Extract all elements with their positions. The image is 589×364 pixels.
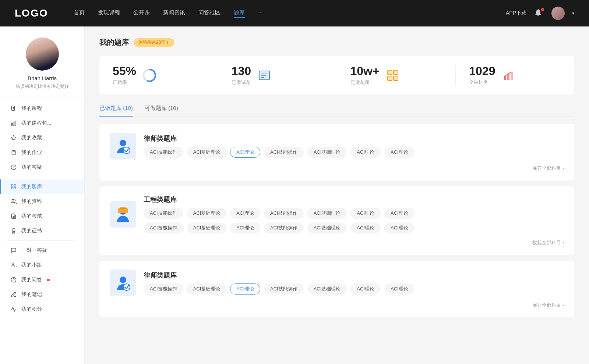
quiz-collapse-engineer1[interactable]: 收起全部科目 › xyxy=(110,239,564,246)
svg-rect-11 xyxy=(14,185,16,186)
navbar-avatar[interactable] xyxy=(551,7,565,20)
navbar-logo: LOGO xyxy=(15,7,52,19)
quiz-tag[interactable]: ACI基础理论 xyxy=(307,208,347,219)
rank-icon xyxy=(501,68,516,83)
sidebar-item-quiz[interactable]: 我的题库 xyxy=(0,179,84,194)
sidebar-item-myqa[interactable]: 我的问答 xyxy=(0,272,84,287)
quiz-header-engineer1: 工程类题库 ACI技能操作 ACI基础理论 ACI理论 ACI技能操作 ACI基… xyxy=(110,195,564,233)
sidebar-item-label: 我的证书 xyxy=(21,228,42,234)
clipboard-icon xyxy=(10,149,17,156)
sidebar-item-profile[interactable]: 我的资料 xyxy=(0,194,84,209)
help-circle2-icon xyxy=(10,276,17,283)
nav-item-more[interactable]: ··· xyxy=(258,9,263,18)
quiz-tag[interactable]: ACI理论 xyxy=(230,222,260,233)
main-content: 我的题库 体验剩余23天！ 55% 正确率 130 xyxy=(85,26,589,364)
accuracy-icon xyxy=(142,68,157,83)
bar-chart-icon xyxy=(10,120,17,126)
quiz-tag-active[interactable]: ACI理论 xyxy=(230,147,260,158)
sidebar-item-courses[interactable]: 我的课程 xyxy=(0,101,84,116)
stat-value-rank: 1029 xyxy=(469,65,495,77)
done-questions-icon xyxy=(257,68,272,83)
svg-rect-28 xyxy=(388,70,392,75)
quiz-tag[interactable]: ACI理论 xyxy=(384,147,415,158)
quiz-tag[interactable]: ACI基础理论 xyxy=(187,147,227,158)
svg-rect-4 xyxy=(13,122,14,125)
nav-item-discover[interactable]: 发现课程 xyxy=(98,9,120,18)
nav-item-quiz[interactable]: 题库 xyxy=(234,9,245,18)
tab-todo[interactable]: 可做题库 (10) xyxy=(145,105,178,116)
stat-label-done-q: 已做试题 xyxy=(232,79,251,86)
app-download-button[interactable]: APP下载 xyxy=(506,10,526,17)
sidebar-item-points[interactable]: 我的积分 xyxy=(0,302,84,317)
svg-rect-7 xyxy=(12,150,15,155)
sidebar-profile: Brian Harris 错误的决定比没有决定要好 xyxy=(0,38,84,97)
sidebar-item-group[interactable]: 我的小组 xyxy=(0,258,84,272)
quiz-header-lawyer1: 律师类题库 ACI技能操作 ACI基础理论 ACI理论 ACI技能操作 ACI基… xyxy=(110,133,564,159)
quiz-tag[interactable]: ACI技能操作 xyxy=(264,222,304,233)
sidebar-item-label: 我的作业 xyxy=(21,149,42,156)
sidebar-item-notes[interactable]: 我的笔记 xyxy=(0,287,84,302)
nav-item-home[interactable]: 首页 xyxy=(74,9,85,18)
quiz-tag[interactable]: ACI基础理论 xyxy=(307,283,347,295)
nav-item-opencourse[interactable]: 公开课 xyxy=(133,9,150,18)
page-layout: Brian Harris 错误的决定比没有决定要好 我的课程 我的课程包... xyxy=(0,26,589,364)
quiz-tag[interactable]: ACI技能操作 xyxy=(144,283,183,295)
quiz-tag[interactable]: ACI技能操作 xyxy=(144,147,183,158)
sidebar-menu: 我的课程 我的课程包... 我的收藏 我的作业 xyxy=(0,101,84,317)
quiz-tag[interactable]: ACI基础理论 xyxy=(187,208,227,219)
quiz-tag-active[interactable]: ACI理论 xyxy=(230,283,260,295)
award2-icon xyxy=(10,306,17,313)
stat-label-accuracy: 正确率 xyxy=(113,79,136,86)
nav-item-news[interactable]: 新闻资讯 xyxy=(163,9,185,18)
tab-done[interactable]: 已做题库 (10) xyxy=(99,105,133,116)
quiz-tag[interactable]: ACI技能操作 xyxy=(144,222,183,233)
quiz-tag[interactable]: ACI理论 xyxy=(384,283,415,295)
quiz-title-lawyer2: 律师类题库 xyxy=(144,271,415,280)
sidebar-item-exam[interactable]: 我的考试 xyxy=(0,209,84,224)
quiz-section-lawyer1: 律师类题库 ACI技能操作 ACI基础理论 ACI理论 ACI技能操作 ACI基… xyxy=(99,124,574,181)
quiz-tag[interactable]: ACI理论 xyxy=(384,222,415,233)
sidebar-item-qa[interactable]: 我的答疑 xyxy=(0,160,84,175)
quiz-tag[interactable]: ACI技能操作 xyxy=(264,208,304,219)
sidebar-item-label: 我的资料 xyxy=(21,198,42,205)
sidebar-item-favorites[interactable]: 我的收藏 xyxy=(0,131,84,145)
quiz-tag[interactable]: ACI技能操作 xyxy=(144,208,183,219)
help-circle-icon xyxy=(10,164,17,171)
quiz-tag[interactable]: ACI理论 xyxy=(384,208,415,219)
sidebar-username: Brian Harris xyxy=(28,75,57,81)
sidebar-item-label: 我的笔记 xyxy=(21,291,42,298)
svg-rect-13 xyxy=(14,187,16,189)
quiz-tag[interactable]: ACI基础理论 xyxy=(307,222,347,233)
quiz-icon-engineer1 xyxy=(110,201,136,228)
quiz-expand-lawyer2[interactable]: 展开全部科目 › xyxy=(110,302,564,308)
quiz-title-engineer1: 工程类题库 xyxy=(144,195,564,204)
collapse-label: 收起全部科目 › xyxy=(532,240,564,245)
avatar-image-sidebar xyxy=(26,38,59,71)
file-icon xyxy=(10,105,17,112)
quiz-expand-lawyer1[interactable]: 展开全部科目 › xyxy=(110,165,564,172)
quiz-tag[interactable]: ACI理论 xyxy=(350,222,381,233)
quiz-section-engineer1: 工程类题库 ACI技能操作 ACI基础理论 ACI理论 ACI技能操作 ACI基… xyxy=(99,186,574,255)
sidebar-divider-2 xyxy=(7,240,77,241)
nav-item-qa[interactable]: 问答社区 xyxy=(198,9,221,18)
sidebar-item-packages[interactable]: 我的课程包... xyxy=(0,116,84,131)
navbar-menu: 首页 发现课程 公开课 新闻资讯 问答社区 题库 ··· xyxy=(74,9,506,18)
sidebar-avatar xyxy=(26,38,59,71)
done-banks-icon xyxy=(385,68,400,83)
quiz-tag[interactable]: ACI技能操作 xyxy=(264,147,304,158)
quiz-tag[interactable]: ACI理论 xyxy=(350,147,381,158)
quiz-tag[interactable]: ACI基础理论 xyxy=(187,283,227,295)
avatar-chevron[interactable]: ▾ xyxy=(572,11,574,16)
quiz-tag[interactable]: ACI理论 xyxy=(350,283,381,295)
quiz-tag[interactable]: ACI基础理论 xyxy=(187,222,227,233)
notification-bell[interactable] xyxy=(534,8,544,18)
sidebar-item-cert[interactable]: 我的证书 xyxy=(0,224,84,238)
sidebar-item-homework[interactable]: 我的作业 xyxy=(0,145,84,160)
quiz-tag[interactable]: ACI理论 xyxy=(350,208,381,219)
quiz-tabs: 已做题库 (10) 可做题库 (10) xyxy=(99,105,574,117)
quiz-tag[interactable]: ACI基础理论 xyxy=(307,147,347,158)
quiz-tag[interactable]: ACI理论 xyxy=(230,208,260,219)
svg-point-17 xyxy=(12,228,15,231)
quiz-tag[interactable]: ACI技能操作 xyxy=(264,283,304,295)
sidebar-item-tutor[interactable]: 一对一答疑 xyxy=(0,243,84,258)
